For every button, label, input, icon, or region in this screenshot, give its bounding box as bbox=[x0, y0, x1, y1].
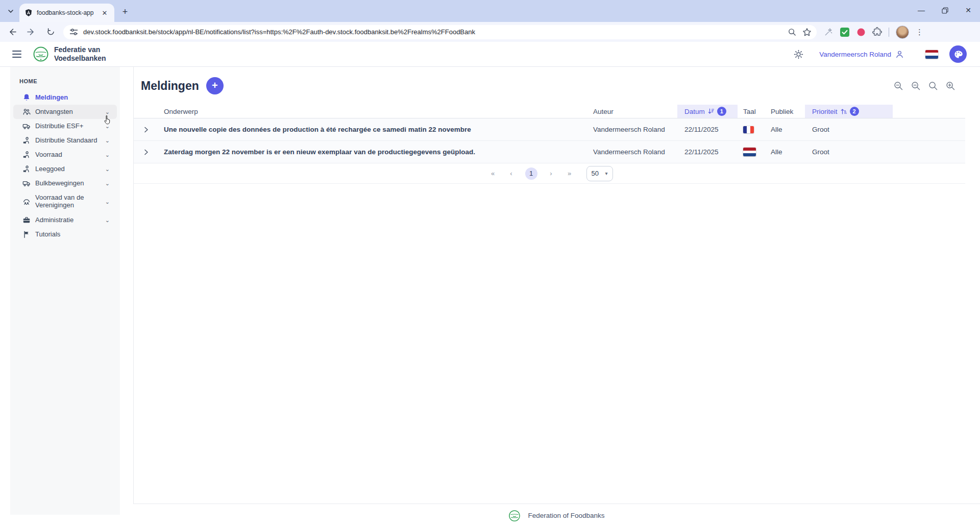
header-expander bbox=[134, 105, 158, 118]
cell-audience: Alle bbox=[765, 148, 805, 156]
chevron-down-icon: ⌄ bbox=[105, 137, 110, 144]
sort-descending-icon bbox=[708, 108, 714, 114]
bell-icon bbox=[22, 93, 31, 102]
footer-text: Federation of Foodbanks bbox=[528, 512, 604, 519]
table-row[interactable]: Zaterdag morgen 22 november is er een ni… bbox=[134, 141, 965, 163]
sort-ascending-icon bbox=[841, 108, 847, 114]
sidebar-item-ontvangsten[interactable]: Ontvangsten ⌄ bbox=[13, 105, 117, 119]
language-flag-nl[interactable] bbox=[925, 50, 938, 59]
sidebar-item-administratie[interactable]: Administratie ⌄ bbox=[13, 213, 117, 227]
table-header-row: Onderwerp Auteur Datum 1 Taal Publiek Pr… bbox=[134, 105, 965, 118]
site-controls-icon bbox=[69, 28, 78, 36]
chevron-down-icon: ⌄ bbox=[105, 217, 110, 224]
chevron-down-icon: ⌄ bbox=[105, 180, 110, 187]
user-menu[interactable]: Vandermeersch Roland bbox=[819, 50, 904, 59]
close-window-button[interactable]: ✕ bbox=[957, 0, 980, 20]
tab-search-button[interactable] bbox=[4, 5, 17, 18]
footer: Federation of Foodbanks bbox=[133, 504, 980, 527]
toolbar-divider bbox=[889, 28, 889, 37]
new-tab-button[interactable]: + bbox=[118, 5, 132, 18]
search-icon[interactable] bbox=[928, 81, 938, 91]
sidebar-item-bulkbewegingen[interactable]: Bulkbewegingen ⌄ bbox=[13, 176, 117, 190]
sidebar-item-tutorials[interactable]: Tutorials bbox=[13, 227, 117, 242]
back-icon bbox=[8, 28, 16, 36]
add-notification-button[interactable]: + bbox=[206, 77, 224, 94]
briefcase-icon bbox=[22, 216, 31, 224]
minimize-button[interactable]: — bbox=[910, 0, 933, 20]
brand-title: Federatie van Voedselbanken bbox=[54, 45, 106, 63]
chevron-down-icon: ⌄ bbox=[105, 109, 110, 115]
person-box-icon bbox=[22, 165, 31, 173]
column-taal[interactable]: Taal bbox=[738, 105, 765, 118]
sidebar-item-voorraad[interactable]: Voorraad ⌄ bbox=[13, 148, 117, 162]
search-minus-icon[interactable] bbox=[893, 81, 903, 91]
tab-close-icon[interactable]: ✕ bbox=[100, 8, 109, 17]
browser-toolbar: dev.stock.foodbanksit.be/stock/app/nl-BE… bbox=[0, 22, 980, 42]
prev-page-button[interactable]: ‹ bbox=[505, 170, 518, 177]
url-bar[interactable]: dev.stock.foodbanksit.be/stock/app/nl-BE… bbox=[63, 25, 817, 39]
search-minus-icon[interactable] bbox=[911, 81, 921, 91]
pagination: « ‹ 1 › » 50 ▾ bbox=[134, 163, 965, 184]
extensions-puzzle-icon[interactable] bbox=[872, 27, 882, 37]
column-datum[interactable]: Datum 1 bbox=[677, 105, 738, 118]
tab-title: foodbanks-stock-app bbox=[37, 9, 100, 16]
column-onderwerp[interactable]: Onderwerp bbox=[158, 105, 587, 118]
column-publiek[interactable]: Publiek bbox=[765, 105, 805, 118]
sidebar-item-distributie-esf[interactable]: Distributie ESF+ ⌄ bbox=[13, 119, 117, 133]
notifications-table: Onderwerp Auteur Datum 1 Taal Publiek Pr… bbox=[134, 105, 965, 184]
sidebar-section-home: HOME bbox=[10, 78, 120, 84]
browser-tabstrip: foodbanks-stock-app ✕ + — ✕ bbox=[0, 0, 980, 22]
back-button[interactable] bbox=[4, 25, 19, 40]
cell-language bbox=[738, 148, 765, 156]
menu-toggle-button[interactable] bbox=[12, 47, 26, 61]
chevron-right-icon bbox=[143, 127, 149, 133]
page-zoom-icon[interactable] bbox=[788, 28, 796, 36]
theme-toggle-button[interactable] bbox=[791, 46, 806, 62]
sidebar-item-meldingen[interactable]: Meldingen bbox=[13, 90, 117, 105]
browser-tab-active[interactable]: foodbanks-stock-app ✕ bbox=[19, 4, 114, 22]
current-page[interactable]: 1 bbox=[525, 167, 537, 180]
truck-icon bbox=[22, 179, 31, 187]
truck-icon bbox=[22, 122, 31, 130]
sidebar: HOME Meldingen Ontvangsten ⌄ Distributie… bbox=[10, 67, 120, 515]
sidebar-item-distributie-standaard[interactable]: Distributie Standaard ⌄ bbox=[13, 133, 117, 148]
cell-language bbox=[738, 126, 765, 133]
extensions-area: ⋮ bbox=[824, 26, 926, 39]
cell-author: Vandermeersch Roland bbox=[587, 126, 677, 133]
theme-palette-button[interactable] bbox=[949, 45, 967, 63]
sidebar-item-leeggoed[interactable]: Leeggoed ⌄ bbox=[13, 162, 117, 176]
extension-icon-record[interactable] bbox=[856, 28, 866, 37]
forward-icon bbox=[27, 28, 36, 36]
row-expand-button[interactable] bbox=[134, 149, 158, 155]
browser-menu-button[interactable]: ⋮ bbox=[916, 28, 923, 37]
first-page-button[interactable]: « bbox=[486, 170, 500, 177]
restore-button[interactable] bbox=[933, 0, 957, 20]
row-expand-button[interactable] bbox=[134, 127, 158, 133]
person-box-icon bbox=[22, 136, 31, 145]
rows-per-page-select[interactable]: 50 ▾ bbox=[586, 166, 613, 181]
column-auteur[interactable]: Auteur bbox=[587, 105, 677, 118]
restore-icon bbox=[942, 7, 948, 14]
search-plus-icon[interactable] bbox=[945, 81, 955, 91]
cell-date: 22/11/2025 bbox=[677, 126, 738, 133]
profile-avatar[interactable] bbox=[896, 26, 909, 39]
forward-button[interactable] bbox=[23, 25, 39, 40]
extension-icon-check[interactable] bbox=[840, 27, 850, 37]
chevron-down-icon: ⌄ bbox=[105, 166, 110, 173]
cell-date: 22/11/2025 bbox=[677, 148, 738, 156]
reload-button[interactable] bbox=[43, 25, 58, 40]
url-text: dev.stock.foodbanksit.be/stock/app/nl-BE… bbox=[83, 28, 788, 36]
column-prioriteit[interactable]: Prioriteit 2 bbox=[805, 105, 893, 118]
flag-fr-icon bbox=[743, 126, 754, 133]
bookmark-star-icon[interactable] bbox=[802, 28, 812, 37]
chevron-right-icon bbox=[143, 149, 149, 155]
cell-author: Vandermeersch Roland bbox=[587, 148, 677, 156]
extension-icon-wand[interactable] bbox=[824, 28, 833, 37]
last-page-button[interactable]: » bbox=[563, 170, 576, 177]
cell-subject: Zaterdag morgen 22 november is er een ni… bbox=[158, 148, 587, 156]
cell-subject: Une nouvelle copie des données de produc… bbox=[158, 126, 587, 133]
table-row[interactable]: Une nouvelle copie des données de produc… bbox=[134, 118, 965, 141]
chevron-down-icon bbox=[8, 8, 14, 14]
next-page-button[interactable]: › bbox=[545, 170, 558, 177]
sidebar-item-voorraad-verenigingen[interactable]: Voorraad van de Verenigingen ⌄ bbox=[13, 190, 117, 213]
